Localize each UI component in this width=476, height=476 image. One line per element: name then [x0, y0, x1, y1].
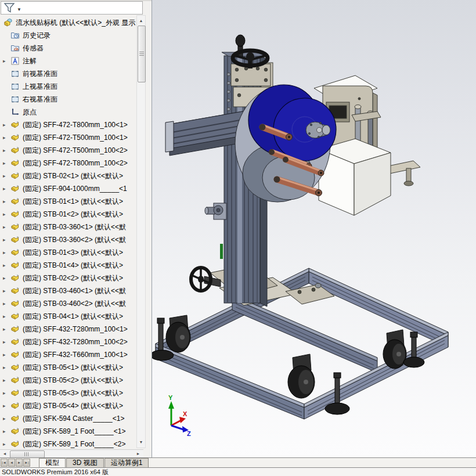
tree-item[interactable]: ▸ (固定) STB-05<2> (默认<<默认>	[0, 374, 136, 387]
tree-item-label: (固定) STB-05<3> (默认<<默认>	[23, 388, 123, 398]
top-handwheel[interactable]	[233, 35, 268, 68]
tree-item-label: 前视基准面	[23, 69, 57, 79]
tree-item[interactable]: ▸ (固定) STB-02<2> (默认<<默认>	[0, 272, 136, 284]
expand-arrow-icon[interactable]: ▸	[3, 272, 10, 284]
expand-arrow-icon[interactable]: ▸	[3, 182, 10, 195]
tree-item[interactable]: ▸ (固定) SFF-472-T500mm_100<1>	[0, 131, 136, 144]
graphics-viewport[interactable]: Y X Z	[152, 0, 476, 457]
tree-item[interactable]: ▸ (固定) STB-01<2> (默认<<默认>	[0, 208, 136, 221]
document-tab[interactable]: 运动算例1	[104, 458, 149, 467]
vertical-scroll-thumb[interactable]	[138, 26, 146, 82]
expand-arrow-icon[interactable]: ▸	[3, 323, 10, 336]
expand-arrow-icon[interactable]: ▸	[3, 55, 10, 67]
tab-nav-arrow-icon: ►	[17, 461, 21, 464]
expand-arrow-icon[interactable]: ▸	[3, 208, 10, 221]
tree-item[interactable]: ▸ 历史记录	[0, 29, 136, 42]
document-tab[interactable]: 模型	[39, 458, 66, 467]
plane-icon	[10, 82, 20, 91]
lower-handwheel[interactable]	[191, 268, 221, 291]
expand-arrow-icon[interactable]: ▸	[3, 246, 10, 259]
tree-filter-box[interactable]: ▼	[1, 1, 143, 15]
expand-arrow-icon[interactable]: ▸	[3, 144, 10, 157]
expand-arrow-icon[interactable]: ▸	[3, 425, 10, 438]
tree-item[interactable]: ▸ (固定) STB-03-360<2> (默认<<默	[0, 233, 136, 246]
expand-arrow-icon[interactable]: ▸	[3, 170, 10, 182]
expand-arrow-icon[interactable]: ▸	[3, 310, 10, 323]
expand-arrow-icon[interactable]: ▸	[3, 387, 10, 399]
tree-item[interactable]: ▸ 原点	[0, 106, 136, 118]
tree-item[interactable]: ▸ 传感器	[0, 42, 136, 55]
expand-arrow-icon[interactable]: ▸	[3, 131, 10, 144]
expand-arrow-icon[interactable]: ▸	[3, 361, 10, 374]
expand-arrow-icon[interactable]: ▸	[3, 195, 10, 208]
expand-arrow-icon[interactable]: ▸	[3, 118, 10, 131]
tree-item[interactable]: ▸ 注解	[0, 55, 136, 67]
tree-item[interactable]: ▸ 上视基准面	[0, 80, 136, 93]
tree-item[interactable]: ▸ (固定) SFF-472-T800mm_100<1>	[0, 118, 136, 131]
tree-item[interactable]: ▸ (固定) STB-01<3> (默认<<默认>	[0, 246, 136, 259]
tab-nav-button[interactable]: |◄	[1, 459, 8, 467]
tree-item-label: (固定) STB-05<1> (默认<<默认>	[23, 363, 123, 373]
tree-item[interactable]: ▸ (固定) STB-03-360<1> (默认<<默	[0, 221, 136, 233]
tree-item[interactable]: ▸ (固定) SFF-472-T500mm_100<2>	[0, 144, 136, 157]
tree-horizontal-scrollbar[interactable]: ◄ ►	[0, 449, 143, 458]
filter-funnel-icon[interactable]	[3, 2, 15, 13]
expand-arrow-icon[interactable]: ▸	[3, 336, 10, 348]
expand-arrow-icon[interactable]: ▸	[3, 233, 10, 246]
part-icon	[10, 401, 20, 410]
tree-item-label: 原点	[23, 107, 37, 117]
expand-arrow-icon[interactable]: ▸	[3, 438, 10, 450]
tree-item[interactable]: ▸ (固定) SFF-432-T280mm_100<2>	[0, 336, 136, 348]
tree-item[interactable]: ▸ (固定) SFF-904-1000mm_____<1	[0, 182, 136, 195]
column-green-strip	[220, 244, 223, 259]
scroll-left-arrow-icon[interactable]: ◄	[1, 450, 9, 458]
column-clamp-knob[interactable]	[205, 203, 226, 219]
tree-item[interactable]: ▸ (固定) SFK-589_1 Foot_____<2>	[0, 438, 136, 450]
tree-vertical-scrollbar[interactable]: ▲ ▼	[136, 15, 146, 448]
tree-item[interactable]: 流水线贴标机 (默认<<默认>_外观 显示	[0, 16, 136, 29]
adjustment-knob[interactable]	[236, 35, 245, 46]
document-tabs: 模型 3D 视图 运动算例1	[39, 458, 149, 467]
tree-item-label: (固定) STB-05<4> (默认<<默认>	[23, 401, 123, 411]
tree-item[interactable]: ▸ (固定) SFF-472-T800mm_100<2>	[0, 157, 136, 170]
expand-arrow-icon[interactable]: ▸	[3, 221, 10, 233]
model-labeling-machine[interactable]: Y X Z	[152, 0, 476, 457]
expand-arrow-icon[interactable]: ▸	[3, 412, 10, 425]
tab-nav-button[interactable]: ►|	[23, 459, 30, 467]
part-icon	[10, 427, 20, 436]
expand-arrow-icon[interactable]: ▸	[3, 284, 10, 297]
part-icon	[10, 184, 20, 193]
tree-item[interactable]: ▸ (固定) STB-01<4> (默认<<默认>	[0, 259, 136, 272]
scroll-up-arrow-icon[interactable]: ▲	[137, 17, 145, 25]
tab-nav-button[interactable]: ►	[16, 459, 23, 467]
sensor-icon	[10, 44, 20, 53]
tree-item[interactable]: ▸ (固定) STB-03-460<2> (默认<<默	[0, 297, 136, 310]
expand-arrow-icon[interactable]: ▸	[3, 374, 10, 387]
expand-arrow-icon[interactable]: ▸	[3, 259, 10, 272]
tree-item-label: (固定) SFK-594 Caster_____<1>	[23, 414, 124, 424]
filter-dropdown-caret-icon[interactable]: ▼	[17, 7, 21, 12]
expand-arrow-icon[interactable]: ▸	[3, 157, 10, 170]
tree-item[interactable]: ▸ (固定) STB-05<1> (默认<<默认>	[0, 361, 136, 374]
tree-item[interactable]: ▸ (固定) STB-04<1> (默认<<默认>	[0, 310, 136, 323]
tab-nav-button[interactable]: ◄	[8, 459, 15, 467]
tree-item[interactable]: ▸ (固定) STB-02<1> (默认<<默认>	[0, 170, 136, 182]
scroll-right-arrow-icon[interactable]: ►	[134, 450, 142, 458]
tree-item[interactable]: ▸ (固定) SFF-432-T660mm_100<1>	[0, 348, 136, 361]
tree-item[interactable]: ▸ (固定) STB-05<4> (默认<<默认>	[0, 399, 136, 412]
expand-arrow-icon[interactable]: ▸	[3, 399, 10, 412]
tree-item[interactable]: ▸ 右视基准面	[0, 93, 136, 106]
part-icon	[10, 376, 20, 385]
tree-item[interactable]: ▸ (固定) STB-05<3> (默认<<默认>	[0, 387, 136, 399]
expand-arrow-icon[interactable]: ▸	[3, 297, 10, 310]
expand-arrow-icon[interactable]: ▸	[3, 348, 10, 361]
tree-item[interactable]: ▸ (固定) STB-01<1> (默认<<默认>	[0, 195, 136, 208]
tree-item[interactable]: ▸ 前视基准面	[0, 67, 136, 80]
part-icon	[10, 388, 20, 398]
tree-item[interactable]: ▸ (固定) STB-03-460<1> (默认<<默	[0, 284, 136, 297]
scroll-down-arrow-icon[interactable]: ▼	[137, 438, 145, 446]
tree-item[interactable]: ▸ (固定) SFK-589_1 Foot_____<1>	[0, 425, 136, 438]
document-tab[interactable]: 3D 视图	[66, 458, 104, 467]
tree-item[interactable]: ▸ (固定) SFF-432-T280mm_100<1>	[0, 323, 136, 336]
tree-item[interactable]: ▸ (固定) SFK-594 Caster_____<1>	[0, 412, 136, 425]
